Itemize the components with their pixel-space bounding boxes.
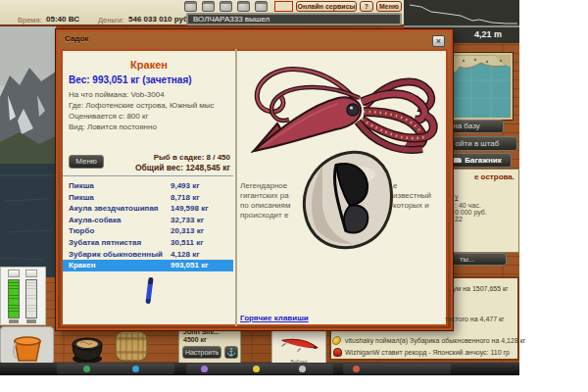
taskbar-app-icon[interactable] <box>253 366 260 372</box>
description-fragment: гигантских ра <box>240 191 289 200</box>
fish-row[interactable]: Пикша9,493 кг <box>63 180 233 192</box>
fish-list: Пикша9,493 кгПикша8,718 кгАкула звездчат… <box>63 176 233 327</box>
hotkeys-link[interactable]: Горячие клавиши <box>240 314 309 322</box>
money-label: Деньги: <box>98 16 123 24</box>
bag-fullness-gauge <box>25 279 37 318</box>
online-services-button[interactable]: Онлайн сервисы <box>296 1 357 12</box>
trunk-button[interactable]: Багажник <box>443 153 512 168</box>
bait-jar-icon[interactable] <box>220 1 232 12</box>
fish-row[interactable]: Акула звездчатошипая149,598 кг <box>63 203 233 215</box>
os-taskbar[interactable] <box>0 363 519 375</box>
gauge-cap-icon <box>8 270 20 277</box>
description-fragment: е <box>393 181 397 190</box>
bait-pot-icon[interactable] <box>69 329 106 365</box>
bucket-item-card[interactable] <box>0 326 54 365</box>
description-fragment: Легендарное <box>240 181 287 190</box>
boat-capacity: 4500 кг <box>183 336 207 343</box>
help-button[interactable]: ? <box>360 1 373 12</box>
bait-jar-icon[interactable] <box>184 1 197 12</box>
time-value: 05:40 ВС <box>46 15 79 24</box>
car-icon <box>453 158 462 163</box>
chat-message: vitushaky поймал(а) Зубарика обыкновенно… <box>345 337 525 344</box>
description-fragment: которых и <box>393 201 429 210</box>
top-menu-button[interactable]: Меню <box>376 1 402 12</box>
game-window: Время: 05:40 ВС Деньги: 546 033 010 руб.… <box>0 0 519 363</box>
close-icon[interactable]: × <box>432 35 445 47</box>
fish-name-title: Кракен <box>63 59 235 71</box>
fish-row[interactable]: Акула-собака32,733 кг <box>63 215 233 226</box>
fish-info-line: На что поймана: Vob-3004 <box>69 90 165 99</box>
fish-row-name: Тюрбо <box>63 225 171 237</box>
fish-row-weight: 20,313 кг <box>171 225 233 237</box>
gauge-cap-icon <box>25 270 37 277</box>
description-fragment: по описаниям <box>240 201 290 210</box>
fish-row-weight: 149,598 кг <box>171 203 233 215</box>
chat-status-strip: ВОЛЧАРА333 вышел <box>186 13 402 25</box>
alert-slot <box>274 1 293 12</box>
fish-row[interactable]: Зубатка пятнистая30,511 кг <box>63 237 233 249</box>
depth-value: 4,21 m <box>474 29 502 39</box>
cage-total-weight: Общий вес: 1248,545 кг <box>77 163 230 172</box>
cage-popup-window: Садок × Кракен Вес: 993,051 кг (зачетная… <box>56 29 453 330</box>
lure-item-card[interactable]: Воблер <box>271 327 326 367</box>
fish-row-weight: 4,128 кг <box>171 249 233 261</box>
bait-jar-icon[interactable] <box>255 1 268 12</box>
fish-info-line: Оценивается с: 800 кг <box>69 112 148 121</box>
fish-weight-line: Вес: 993,051 кг (зачетная) <box>69 74 192 85</box>
fish-row[interactable]: Тюрбо20,313 кг <box>63 225 233 237</box>
fish-row-weight: 993,051 кг <box>171 260 233 271</box>
bait-jar-icon[interactable] <box>202 1 215 12</box>
anchor-button[interactable]: ⚓ <box>224 346 238 359</box>
boat-configure-button[interactable]: Настроить <box>182 346 221 359</box>
fish-row-name: Пикша <box>63 192 171 204</box>
description-fragment: происходит е <box>240 211 288 220</box>
fish-row-name: Кракен <box>63 260 171 271</box>
fish-row-name: Пикша <box>63 180 171 192</box>
scenery-photo <box>0 26 56 277</box>
money-value: 546 033 010 руб. <box>128 15 190 24</box>
fish-row-name: Зубатка пятнистая <box>63 237 171 249</box>
info-link-fragment[interactable]: у <box>455 193 459 200</box>
mini-map[interactable] <box>449 52 514 121</box>
gauge-label-mark <box>26 319 36 323</box>
fish-row-name: Акула звездчатошипая <box>63 203 171 215</box>
lure-icon <box>333 348 342 357</box>
fish-row-weight: 8,718 кг <box>171 192 233 204</box>
popup-title: Садок <box>65 34 88 43</box>
fish-row[interactable]: Кракен993,051 кг <box>63 260 233 271</box>
chat-message: тистого на 4,477 кг <box>445 316 505 322</box>
fish-row-weight: 32,733 кг <box>171 215 233 226</box>
fish-row-name: Акула-собака <box>63 215 171 226</box>
taskbar-app-icon[interactable] <box>353 366 360 372</box>
location-info-panel: е острова. у : 40 час. 0 000 руб. 22 <box>442 169 519 253</box>
fish-row-weight: 9,493 кг <box>171 180 233 192</box>
info-line: : 40 час. <box>455 202 481 209</box>
location-title-fragment: е острова. <box>474 172 514 181</box>
kraken-beak-illustration <box>293 147 401 255</box>
bucket-icon <box>1 327 55 366</box>
time-label: Время: <box>18 16 42 24</box>
taskbar-app-icon[interactable] <box>201 366 208 372</box>
info-line: 22 <box>455 216 463 222</box>
chat-message: ум на 1507,655 кг <box>453 285 509 292</box>
screenshot-root: Время: 05:40 ВС Деньги: 546 033 010 руб.… <box>0 0 588 392</box>
taskbar-app-icon[interactable] <box>132 366 139 372</box>
taskbar-segment[interactable] <box>186 364 333 374</box>
taskbar-app-icon[interactable] <box>83 366 90 372</box>
fish-info-line: Вид: Ловится постоянно <box>69 122 157 131</box>
taskbar-app-icon[interactable] <box>299 366 306 372</box>
info-line: 0 000 руб. <box>455 209 487 216</box>
bait-jar-icon[interactable] <box>237 1 250 12</box>
fish-row-weight: 30,511 кг <box>171 237 233 249</box>
description-fragment: известный <box>393 191 431 200</box>
fish-row[interactable]: Пикша8,718 кг <box>63 192 233 204</box>
pane-divider <box>235 49 237 326</box>
capacity-gauges-panel <box>0 267 46 325</box>
taskbar-segment[interactable] <box>57 364 174 374</box>
rolled-mat-icon[interactable] <box>113 327 150 365</box>
wobbler-lure-icon <box>272 328 327 362</box>
fish-info-line: Где: Лофотенские острова, Южный мыс <box>69 101 215 110</box>
fish-row[interactable]: Зубарик обыкновенный4,128 кг <box>63 249 233 261</box>
chat-message: WizhiganW ставит рекорд - Японский анчоу… <box>345 349 510 356</box>
cage-fullness-gauge <box>8 279 20 318</box>
